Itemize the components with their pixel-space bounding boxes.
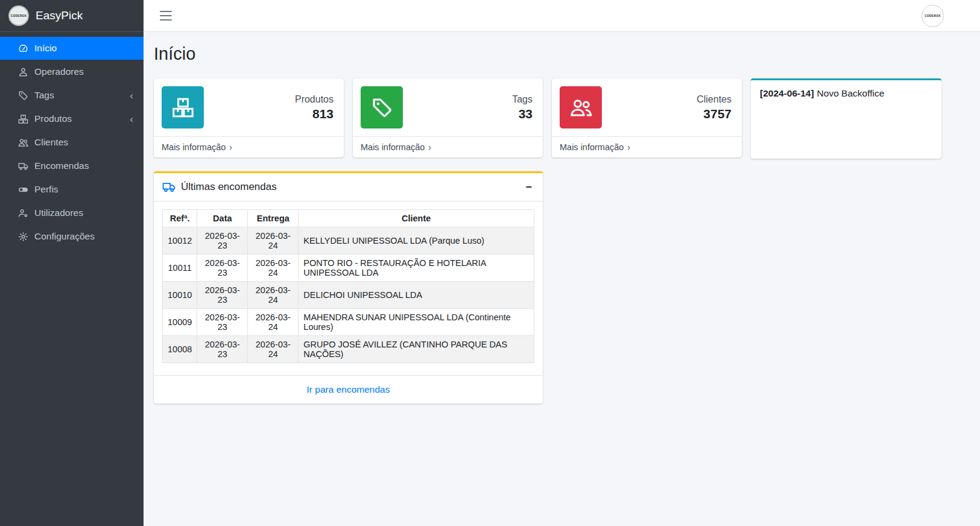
sidebar-item-label: Produtos [34, 113, 72, 124]
table-cell: 2026-03-23 [197, 309, 248, 336]
info-box-label: Produtos [204, 94, 334, 105]
table-cell: 2026-03-23 [197, 255, 248, 282]
table-cell: PONTO RIO - RESTAURAÇÃO E HOTELARIA UNIP… [299, 255, 534, 282]
info-box-produtos: Produtos813Mais informação › [154, 78, 344, 157]
sidebar-item-utilizadores[interactable]: Utilizadores [0, 201, 144, 224]
table-row: 100092026-03-232026-03-24MAHENDRA SUNAR … [163, 309, 534, 336]
table-cell: MAHENDRA SUNAR UNIPESSOAL LDA (Continent… [299, 309, 534, 336]
more-info-link[interactable]: Mais informação › [560, 142, 630, 152]
sidebar-item-clientes[interactable]: Clientes [0, 131, 144, 154]
chevron-right-icon: › [227, 142, 232, 152]
content: Início Produtos813Mais informação ›Tags3… [144, 32, 980, 526]
orders-card-title: Últimas encomendas [181, 181, 277, 193]
sidebar-item-produtos[interactable]: Produtos‹ [0, 107, 144, 130]
truck-icon [17, 160, 28, 171]
info-box-label: Tags [403, 94, 533, 105]
info-box-top: Tags33 [353, 78, 543, 136]
sidebar-item-perfis[interactable]: Perfis [0, 178, 144, 201]
truck-icon [162, 180, 175, 194]
person-icon [17, 66, 28, 77]
orders-card-header: Últimas encomendas − [154, 173, 543, 201]
info-box-clientes: Clientes3757Mais informação › [552, 78, 742, 157]
minus-icon: − [525, 181, 532, 193]
table-cell: 10011 [163, 255, 197, 282]
sidebar-item-label: Tags [34, 90, 54, 101]
user-gear-icon [17, 208, 28, 218]
info-box-top: Clientes3757 [552, 78, 742, 136]
notice-card: [2024-06-14]Novo Backoffice [751, 78, 941, 159]
sidebar-item-tags[interactable]: Tags‹ [0, 84, 144, 107]
orders-table-body: 100122026-03-232026-03-24KELLYDELI UNIPE… [163, 227, 534, 363]
info-box-label: Clientes [602, 94, 732, 105]
hamburger-menu-icon[interactable] [160, 11, 172, 21]
sidebar: CODEBOX EasyPick InícioOperadoresTags‹Pr… [0, 0, 144, 526]
more-info-link[interactable]: Mais informação › [361, 142, 431, 152]
main: CODEBOX Início Produtos813Mais informaçã… [144, 0, 980, 526]
info-box-value: 813 [204, 107, 334, 121]
sidebar-item-operadores[interactable]: Operadores [0, 60, 144, 83]
more-info-link[interactable]: Mais informação › [162, 142, 232, 152]
sidebar-item-label: Perfis [34, 184, 58, 195]
sidebar-item-encomendas[interactable]: Encomendas [0, 154, 144, 177]
column-header: Refª. [163, 210, 197, 227]
column-header: Data [197, 210, 248, 227]
table-cell: 10009 [163, 309, 197, 336]
page-title: Início [154, 44, 970, 64]
orders-table-head-row: Refª.DataEntregaCliente [163, 210, 534, 227]
avatar-logo-text: CODEBOX [925, 14, 941, 17]
dashboard-icon [17, 43, 28, 54]
chevron-left-icon: ‹ [130, 90, 135, 101]
table-cell: 2026-03-24 [248, 227, 299, 255]
tag-icon [361, 86, 403, 128]
info-box-footer: Mais informação › [154, 136, 344, 157]
orders-table: Refª.DataEntregaCliente 100122026-03-232… [162, 209, 534, 363]
notice-date: [2024-06-14] [760, 88, 814, 98]
sidebar-item-label: Configurações [34, 231, 95, 242]
brand-logo-text: CODEBOX [11, 14, 27, 17]
table-cell: 2026-03-24 [248, 255, 299, 282]
info-box-text: Tags33 [403, 94, 535, 121]
sidebar-item-label: Operadores [34, 66, 84, 77]
boxes-icon [162, 86, 204, 128]
orders-card-body: Refª.DataEntregaCliente 100122026-03-232… [154, 201, 543, 375]
brand[interactable]: CODEBOX EasyPick [0, 0, 144, 32]
table-cell: 2026-03-23 [197, 282, 248, 309]
more-info-label: Mais informação [162, 142, 226, 152]
info-box-row: Produtos813Mais informação ›Tags33Mais i… [154, 78, 970, 159]
notice-message: Novo Backoffice [817, 88, 885, 98]
sidebar-item-label: Encomendas [34, 160, 89, 171]
chevron-right-icon: › [625, 142, 630, 152]
go-to-orders-link[interactable]: Ir para encomendas [307, 384, 390, 394]
info-box-footer: Mais informação › [552, 136, 742, 157]
table-row: 100112026-03-232026-03-24PONTO RIO - RES… [163, 255, 534, 282]
more-info-label: Mais informação [560, 142, 624, 152]
toggle-icon [17, 184, 28, 195]
table-cell: DELICHOI UNIPESSOAL LDA [299, 282, 534, 309]
sidebar-item-label: Início [34, 43, 57, 54]
column-header: Cliente [299, 210, 534, 227]
table-cell: 2026-03-24 [248, 309, 299, 336]
table-cell: 2026-03-23 [197, 336, 248, 363]
info-boxes: Produtos813Mais informação ›Tags33Mais i… [154, 78, 742, 157]
info-box-top: Produtos813 [154, 78, 344, 136]
collapse-button[interactable]: − [523, 180, 534, 194]
info-box-text: Produtos813 [204, 94, 336, 121]
chevron-right-icon: › [426, 142, 431, 152]
sidebar-item-inicio[interactable]: Início [0, 37, 144, 60]
users-icon [560, 86, 602, 128]
brand-logo: CODEBOX [8, 5, 29, 26]
notice-text: [2024-06-14]Novo Backoffice [751, 80, 941, 107]
table-cell: 2026-03-24 [248, 336, 299, 363]
table-cell: 2026-03-24 [248, 282, 299, 309]
gear-icon [17, 231, 28, 242]
orders-card: Últimas encomendas − Refª.DataEntregaCli… [154, 171, 543, 404]
column-header: Entrega [248, 210, 299, 227]
table-cell: 2026-03-23 [197, 227, 248, 255]
tag-icon [17, 90, 28, 101]
table-cell: KELLYDELI UNIPESSOAL LDA (Parque Luso) [299, 227, 534, 255]
sidebar-menu: InícioOperadoresTags‹Produtos‹ClientesEn… [0, 32, 144, 253]
sidebar-item-configuracoes[interactable]: Configurações [0, 225, 144, 248]
user-avatar[interactable]: CODEBOX [922, 5, 944, 27]
orders-card-footer: Ir para encomendas [154, 375, 543, 404]
sidebar-item-label: Clientes [34, 137, 68, 148]
